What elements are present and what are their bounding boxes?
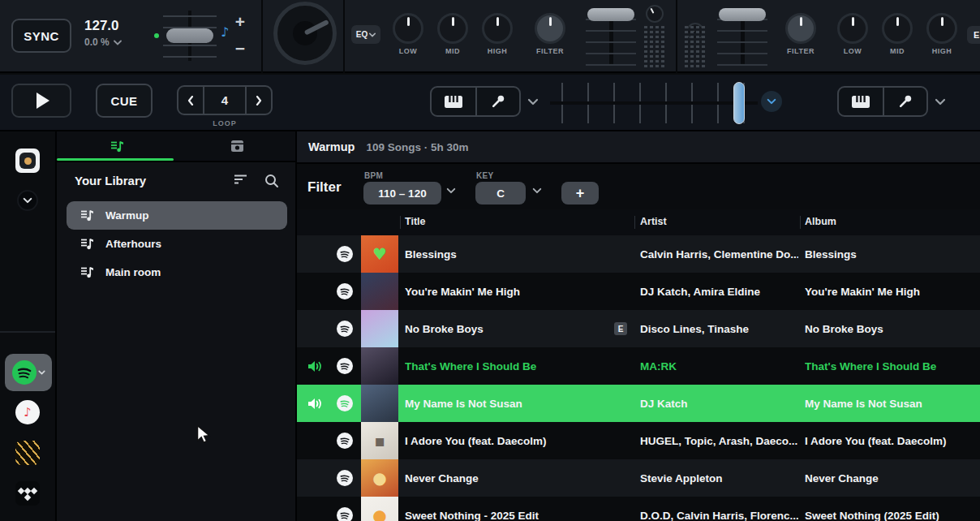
loop-halve-button[interactable] <box>178 87 203 114</box>
mid-knob-right[interactable]: MID <box>882 13 913 44</box>
key-match-note-icon[interactable]: ♪ <box>221 24 229 40</box>
crossfader-handle[interactable] <box>733 82 745 124</box>
tab-playlists[interactable] <box>57 131 177 161</box>
tempo-minus-button[interactable]: − <box>230 39 250 58</box>
jog-wheel[interactable] <box>273 2 337 65</box>
playlist-icon <box>80 238 94 250</box>
tempo-plus-button[interactable]: + <box>230 12 250 32</box>
track-row-loaded[interactable]: That's Where I Should Be MA:RK That's Wh… <box>297 347 980 385</box>
track-row[interactable]: ♥ Blessings Calvin Harris, Clementine Do… <box>297 235 980 273</box>
track-album: I Adore You (feat. Daecolm) <box>805 422 978 459</box>
track-rows: ♥ Blessings Calvin Harris, Clementine Do… <box>297 235 980 521</box>
high-knob-left[interactable]: HIGH <box>482 13 513 44</box>
playlist-icon <box>80 266 94 278</box>
search-icon <box>264 174 279 188</box>
mouse-cursor <box>196 425 212 443</box>
spotify-track-icon <box>337 470 353 486</box>
album-art <box>361 385 398 422</box>
microphone-button[interactable] <box>475 88 519 115</box>
playlist-item-afterhours[interactable]: Afterhours <box>67 230 287 258</box>
divider <box>0 331 55 333</box>
sidebar-item-spotify-selected[interactable] <box>5 354 52 391</box>
keyboard-button[interactable] <box>839 88 883 115</box>
track-row[interactable]: ● Never Change Stevie Appleton Never Cha… <box>297 459 980 497</box>
track-album: You're Makin' Me High <box>805 273 978 310</box>
column-title[interactable]: Title <box>405 216 425 227</box>
microphone-button[interactable] <box>883 88 926 115</box>
sidebar-item-tidal[interactable] <box>0 481 55 506</box>
sort-button[interactable] <box>234 174 248 185</box>
play-button[interactable] <box>11 84 71 118</box>
sidebar-item-apple-music[interactable]: ♪ <box>0 400 55 424</box>
tempo-slider-handle[interactable] <box>166 28 213 43</box>
sidebar-item-streaming-service[interactable] <box>0 441 55 465</box>
track-artist: Calvin Harris, Clementine Do... <box>640 235 798 273</box>
track-row[interactable]: No Broke Boys E Disco Lines, Tinashe No … <box>297 310 980 347</box>
column-separator <box>800 216 801 229</box>
loop-double-button[interactable] <box>247 87 271 114</box>
album-art: ▪ <box>361 422 398 459</box>
playlist-icon <box>110 140 124 153</box>
high-knob-right[interactable]: HIGH <box>926 13 957 44</box>
sidebar-item-my-collection[interactable] <box>0 149 55 173</box>
library-tabs <box>57 131 297 162</box>
volume-fader-handle[interactable] <box>587 8 634 21</box>
track-title: That's Where I Should Be <box>405 347 609 385</box>
track-title: I Adore You (feat. Daecolm) <box>405 422 609 459</box>
vu-meter-right <box>685 26 706 70</box>
sync-button[interactable]: SYNC <box>11 19 71 53</box>
volume-fader-right[interactable] <box>717 6 767 67</box>
key-filter-pill[interactable]: C <box>475 182 526 205</box>
chevron-down-icon[interactable] <box>446 187 456 194</box>
column-separator <box>634 216 635 229</box>
add-filter-button[interactable]: + <box>561 182 599 205</box>
loop-length-value[interactable]: 4 <box>203 87 247 114</box>
sidebar-collapse-button[interactable] <box>0 190 55 211</box>
explicit-badge: E <box>614 322 627 335</box>
bpm-filter-pill[interactable]: 110 – 120 <box>363 182 441 205</box>
playlist-item-warmup[interactable]: Warmup <box>67 201 287 230</box>
column-artist[interactable]: Artist <box>640 216 667 227</box>
eq-dropdown-button[interactable]: EQ <box>351 25 380 44</box>
keyboard-icon <box>851 95 870 109</box>
chevron-down-icon[interactable] <box>532 187 542 194</box>
spotify-icon <box>12 360 37 385</box>
mixer-expand-button[interactable] <box>761 91 782 112</box>
deck-options-chevron-left[interactable] <box>527 98 539 105</box>
column-album[interactable]: Album <box>805 216 836 227</box>
playlist-item-main-room[interactable]: Main room <box>67 258 287 286</box>
search-button[interactable] <box>264 174 279 188</box>
track-row-selected[interactable]: My Name Is Not Susan DJ Katch My Name Is… <box>297 385 980 422</box>
gain-knob-left[interactable] <box>646 5 664 23</box>
speaker-playing-icon <box>307 398 323 410</box>
microphone-icon <box>898 94 913 109</box>
volume-fader-left[interactable] <box>586 6 636 67</box>
crossfader[interactable] <box>550 81 758 125</box>
track-row[interactable]: ● Sweet Nothing - 2025 Edit D.O.D, Calvi… <box>297 497 980 521</box>
eq-dropdown-button-right-partial[interactable]: E <box>967 26 980 44</box>
library-panel: Your Library Warmup Afterhours <box>55 131 295 521</box>
low-knob-right[interactable]: LOW <box>837 13 868 44</box>
low-knob-left[interactable]: LOW <box>393 13 423 44</box>
spotify-track-icon <box>337 246 353 262</box>
tab-history[interactable] <box>177 131 297 161</box>
vu-meter-left <box>644 26 665 70</box>
deck-options-chevron-right[interactable] <box>935 98 946 105</box>
filter-knob-left[interactable]: FILTER <box>535 13 565 44</box>
cue-button[interactable]: CUE <box>96 84 153 118</box>
volume-fader-handle[interactable] <box>719 8 766 21</box>
loop-label: LOOP <box>177 119 273 127</box>
playlist-icon <box>80 209 94 222</box>
tempo-slider[interactable] <box>163 11 217 61</box>
track-row[interactable]: You're Makin' Me High DJ Katch, Amira El… <box>297 273 980 310</box>
track-row[interactable]: ▪ I Adore You (feat. Daecolm) HUGEL, Top… <box>297 422 980 459</box>
mid-knob-left[interactable]: MID <box>437 13 468 44</box>
keyboard-button[interactable] <box>432 88 475 115</box>
chevron-left-icon <box>187 96 194 105</box>
tidal-icon <box>15 481 40 506</box>
library-title: Your Library <box>75 174 146 187</box>
filter-knob-right[interactable]: FILTER <box>785 13 816 44</box>
pitch-percent-dropdown[interactable]: 0.0 % <box>84 37 122 48</box>
track-artist: DJ Katch <box>640 385 798 422</box>
microphone-icon <box>491 94 505 109</box>
